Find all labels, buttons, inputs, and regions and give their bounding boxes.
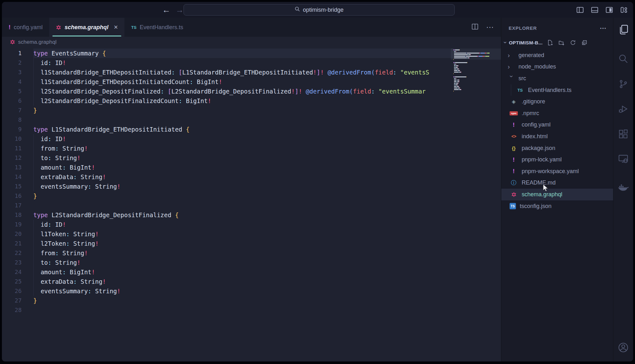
activity-bar <box>613 18 633 361</box>
line-number: 9 <box>2 125 22 134</box>
minimap[interactable] <box>453 49 495 94</box>
line-number: 18 <box>2 210 22 220</box>
line-number: 10 <box>2 134 22 144</box>
tab-config-yaml[interactable]: !config.yaml <box>2 18 49 37</box>
code-line: 13 amount: BigInt! <box>2 163 501 172</box>
code-line: 26 eventsSummary: String! <box>2 286 501 296</box>
history-nav: ← → <box>162 2 184 18</box>
layout-sidebar-right-icon[interactable] <box>605 6 613 14</box>
extensions-icon[interactable] <box>613 127 633 141</box>
docker-icon[interactable] <box>613 180 633 195</box>
code-text: amount: BigInt! <box>33 163 453 172</box>
layout-controls <box>576 2 628 18</box>
code-line: 23 to: String! <box>2 258 501 267</box>
file-item-node-modules[interactable]: ›node_modules <box>501 61 613 73</box>
line-number: 13 <box>2 163 22 172</box>
code-text: from: String! <box>33 248 453 258</box>
line-number: 25 <box>2 277 22 286</box>
file-item-package-json[interactable]: {}package.json <box>501 142 613 154</box>
code-line: 2 id: ID! <box>2 58 501 68</box>
breadcrumb[interactable]: schema.graphql <box>2 37 501 47</box>
yaml-file-icon: ! <box>510 168 518 175</box>
tab-eventhandlers-ts[interactable]: TSEventHandlers.ts <box>124 18 190 37</box>
file-item-tsconfig-json[interactable]: TStsconfig.json <box>501 200 613 212</box>
code-line: 15 eventsSummary: String! <box>2 182 501 191</box>
code-line: 22 from: String! <box>2 248 501 258</box>
explorer-more-icon[interactable]: ⋯ <box>600 25 607 31</box>
code-text: id: ID! <box>33 58 453 68</box>
code-text: from: String! <box>33 144 453 153</box>
file-item-gitignore[interactable]: ◈.gitignore <box>501 96 613 107</box>
search-icon[interactable] <box>613 51 633 66</box>
source-control-icon[interactable] <box>613 77 633 91</box>
code-line: 5 l2StandardBridge_DepositFinalized: [L2… <box>2 87 501 96</box>
vscode-window: ← → optimism-bridge !config.yamlschema.g… <box>2 2 633 361</box>
forward-icon[interactable]: → <box>176 5 184 15</box>
file-item-eventhandlers-ts[interactable]: TSEventHandlers.ts <box>501 84 613 96</box>
explorer-icon[interactable] <box>613 22 633 37</box>
close-tab-icon[interactable]: × <box>114 24 118 31</box>
code-text: } <box>33 191 453 201</box>
line-number: 3 <box>2 68 22 77</box>
run-debug-icon[interactable] <box>613 101 633 116</box>
line-number: 15 <box>2 182 22 191</box>
project-section-header[interactable]: › OPTIMISM-B... <box>501 36 613 49</box>
line-number: 5 <box>2 87 22 96</box>
breadcrumb-label: schema.graphql <box>18 39 57 45</box>
file-item-src[interactable]: ›src <box>501 73 613 84</box>
line-number: 7 <box>2 106 22 115</box>
explorer-title: EXPLORER <box>509 25 537 31</box>
code-text: extraData: String! <box>33 172 453 182</box>
code-lines: 1type EventsSummary {2 id: ID!3 l1Standa… <box>2 49 501 315</box>
tab-label: EventHandlers.ts <box>140 24 183 31</box>
collapse-all-icon[interactable] <box>581 40 587 46</box>
folder-label: generated <box>518 52 544 59</box>
code-text: l1StandardBridge_ETHDepositInitiated: [L… <box>33 68 453 77</box>
layout-sidebar-left-icon[interactable] <box>576 6 584 14</box>
code-line: 16} <box>2 191 501 201</box>
code-text: to: String! <box>33 258 453 267</box>
account-icon[interactable] <box>613 342 633 353</box>
file-label: pnpm-lock.yaml <box>522 156 562 163</box>
file-item-npmrc[interactable]: npm.npmrc <box>501 107 613 119</box>
file-label: .gitignore <box>522 98 545 105</box>
chevron-right-icon: › <box>508 63 515 70</box>
split-editor-icon[interactable] <box>471 23 478 31</box>
code-text: } <box>33 106 453 115</box>
tab-schema-graphql[interactable]: schema.graphql× <box>49 18 124 37</box>
line-number: 2 <box>2 58 22 68</box>
code-line: 28 <box>2 305 501 315</box>
code-editor[interactable]: 1type EventsSummary {2 id: ID!3 l1Standa… <box>2 47 501 361</box>
file-item-config-yaml[interactable]: !config.yaml <box>501 119 613 131</box>
tab-bar: !config.yamlschema.graphql×TSEventHandle… <box>2 18 501 37</box>
ts-file-icon: TS <box>516 88 524 93</box>
json-file-icon: {} <box>510 146 518 151</box>
back-icon[interactable]: ← <box>162 5 170 15</box>
new-folder-icon[interactable] <box>558 40 565 46</box>
folder-label: node_modules <box>518 63 556 70</box>
remote-explorer-icon[interactable] <box>613 152 633 166</box>
code-line: 6 l2StandardBridge_DepositFinalizedCount… <box>2 96 501 106</box>
code-line: 10 id: ID! <box>2 134 501 144</box>
code-line: 27} <box>2 296 501 305</box>
more-actions-icon[interactable]: ⋯ <box>486 23 494 31</box>
file-item-readme-md[interactable]: ⓘREADME.md <box>501 177 613 189</box>
refresh-icon[interactable] <box>570 40 576 46</box>
customize-layout-icon[interactable] <box>620 6 628 14</box>
file-label: tsconfig.json <box>520 203 551 210</box>
code-text: id: ID! <box>33 134 453 144</box>
file-item-generated[interactable]: ›generated <box>501 49 613 61</box>
command-center-search[interactable]: optimism-bridge <box>184 4 455 16</box>
file-item-schema-graphql[interactable]: schema.graphql <box>501 189 613 200</box>
file-item-index-html[interactable]: <>index.html <box>501 131 613 142</box>
git-file-icon: ◈ <box>510 99 518 105</box>
file-item-pnpm-lock-yaml[interactable]: !pnpm-lock.yaml <box>501 154 613 166</box>
code-line: 12 to: String! <box>2 153 501 163</box>
line-number: 1 <box>2 49 22 58</box>
file-item-pnpm-workspace-yaml[interactable]: !pnpm-workspace.yaml <box>501 166 613 177</box>
layout-panel-bottom-icon[interactable] <box>591 6 599 14</box>
line-number: 17 <box>2 201 22 210</box>
html-file-icon: <> <box>510 134 518 139</box>
graphql-file-icon <box>10 39 15 45</box>
new-file-icon[interactable] <box>547 40 553 46</box>
